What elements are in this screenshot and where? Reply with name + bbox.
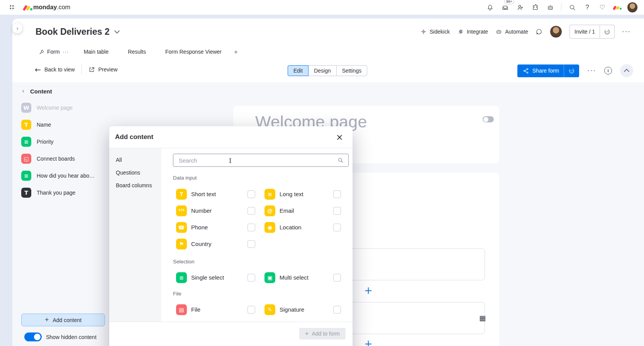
column-type-single-select[interactable]: ≡ Single select <box>176 272 247 283</box>
modal-search-box[interactable]: I <box>173 154 349 167</box>
nav-item-questions[interactable]: Questions <box>116 169 161 176</box>
copy-form-link-icon[interactable] <box>564 68 579 74</box>
mode-settings-button[interactable]: Settings <box>336 65 368 76</box>
board-chat-icon[interactable] <box>536 28 542 35</box>
column-type-long-text[interactable]: ≡ Long text <box>264 189 333 200</box>
automate-button[interactable]: Automate <box>495 28 528 35</box>
list-item-priority[interactable]: ≡ Priority <box>21 133 114 150</box>
top-app-bar: monday.com 99+ ? ♡ <box>0 0 644 15</box>
apps-grid-icon[interactable] <box>6 2 18 13</box>
apps-marketplace-icon[interactable] <box>529 2 541 13</box>
multi-select-checkbox[interactable] <box>333 274 341 282</box>
file-checkbox[interactable] <box>247 306 255 314</box>
column-type-multi-select[interactable]: ▣ Multi select <box>264 272 333 283</box>
toolbar-divider <box>81 64 82 75</box>
tab-form-response-viewer[interactable]: Form Response Viewer <box>160 46 227 60</box>
inbox-tray-icon[interactable]: 99+ <box>499 2 511 13</box>
monday-product-switcher-icon[interactable] <box>612 3 624 11</box>
column-type-country[interactable]: ⚑ Country <box>176 239 247 249</box>
monday-logo[interactable]: monday.com <box>24 4 70 11</box>
column-type-location[interactable]: ◉ Location <box>264 222 333 233</box>
column-type-short-text[interactable]: T Short text <box>176 189 247 200</box>
column-type-file[interactable]: ▤ File <box>176 304 247 315</box>
content-list: W Welcome page T Name ≡ Priority ◱ Conne… <box>21 99 114 201</box>
form-toolbar: ← Back to view Preview Edit Design Setti… <box>12 59 644 83</box>
automate-robot-icon <box>495 28 502 35</box>
sidebar-back-chevron-icon[interactable]: ‹ <box>22 88 24 95</box>
info-icon[interactable]: i <box>604 67 612 75</box>
add-view-tab-button[interactable]: + <box>232 46 242 56</box>
long-text-icon: ≡ <box>264 189 275 200</box>
nav-item-all[interactable]: All <box>116 156 161 164</box>
board-card: › Book Deliveries 2 Sidekick Integrate A… <box>12 19 644 346</box>
modal-title: Add content <box>115 133 153 141</box>
board-menu-dots[interactable]: ··· <box>622 28 631 36</box>
collapse-toolbar-button[interactable] <box>620 64 633 77</box>
list-item-name[interactable]: T Name <box>21 116 114 133</box>
short-text-checkbox[interactable] <box>247 190 255 198</box>
invite-button[interactable]: Invite / 1 <box>569 25 615 39</box>
show-hidden-content-toggle[interactable] <box>24 332 42 341</box>
column-type-number[interactable]: ¹²³ Number <box>176 205 247 216</box>
list-item-thank-you-page[interactable]: T Thank you page <box>21 184 114 201</box>
status-column-icon: ≡ <box>21 171 31 181</box>
notifications-bell-icon[interactable] <box>484 2 496 13</box>
tab-results[interactable]: Results <box>122 46 151 60</box>
email-checkbox[interactable] <box>333 207 341 215</box>
location-pin-icon: ◉ <box>264 222 275 233</box>
close-icon[interactable]: × <box>336 133 343 141</box>
ai-assistant-robot-icon[interactable] <box>544 2 556 13</box>
column-type-phone[interactable]: ☎ Phone <box>176 222 247 233</box>
add-question-plus-icon[interactable]: + <box>364 285 373 295</box>
board-owner-avatar[interactable] <box>550 25 562 38</box>
long-text-checkbox[interactable] <box>333 190 341 198</box>
mode-design-button[interactable]: Design <box>308 65 337 76</box>
column-type-signature[interactable]: ✎ Signature <box>264 304 333 315</box>
preview-button[interactable]: Preview <box>88 66 118 73</box>
thank-you-page-icon: T <box>21 188 31 198</box>
short-text-icon: T <box>176 189 187 200</box>
mode-switch: Edit Design Settings <box>288 65 367 76</box>
favorites-heart-icon[interactable]: ♡ <box>597 2 608 13</box>
toolbar-menu-dots[interactable]: ··· <box>587 67 596 75</box>
invite-members-icon[interactable] <box>514 2 526 13</box>
mode-edit-button[interactable]: Edit <box>288 65 308 76</box>
back-to-view-button[interactable]: ← Back to view <box>35 66 75 73</box>
nav-item-board-columns[interactable]: Board columns <box>116 182 161 189</box>
tab-form-menu-dots[interactable]: ··· <box>63 49 69 55</box>
add-to-form-button[interactable]: + Add to form <box>299 328 346 339</box>
monday-logo-mark <box>24 4 32 11</box>
tab-form[interactable]: Form ··· <box>34 46 74 60</box>
country-checkbox[interactable] <box>247 240 255 248</box>
sidekick-button[interactable]: Sidekick <box>420 28 450 35</box>
column-type-email[interactable]: @ Email <box>264 205 333 216</box>
search-icon[interactable] <box>566 2 578 13</box>
phone-icon: ☎ <box>176 222 187 233</box>
section-label-data-input: Data input <box>173 175 349 181</box>
board-title[interactable]: Book Deliveries 2 <box>36 27 110 37</box>
text-column-icon: T <box>21 120 31 130</box>
location-checkbox[interactable] <box>333 224 341 231</box>
single-select-checkbox[interactable] <box>247 274 255 282</box>
expand-panel-chevron-icon[interactable]: › <box>12 23 22 33</box>
help-icon[interactable]: ? <box>581 2 593 13</box>
search-input[interactable] <box>178 157 337 164</box>
signature-checkbox[interactable] <box>333 306 341 314</box>
welcome-page-toggle[interactable] <box>483 116 494 122</box>
user-avatar[interactable] <box>627 2 638 13</box>
board-title-chevron-icon[interactable] <box>114 28 120 34</box>
copy-board-link-icon[interactable] <box>600 29 614 35</box>
tab-main-table[interactable]: Main table <box>78 46 114 60</box>
add-question-plus-icon[interactable]: + <box>364 339 373 346</box>
back-arrow-icon: ← <box>35 66 41 73</box>
number-checkbox[interactable] <box>247 207 255 215</box>
connect-boards-icon: ◱ <box>21 154 31 164</box>
list-item-connect-boards[interactable]: ◱ Connect boards <box>21 150 114 167</box>
share-form-button[interactable]: Share form <box>517 64 579 77</box>
plus-icon: + <box>305 330 309 338</box>
list-item-welcome-page[interactable]: W Welcome page <box>21 99 114 116</box>
list-item-how-did-you-hear[interactable]: ≡ How did you hear abo… <box>21 167 114 184</box>
add-content-button[interactable]: + Add content <box>21 314 105 326</box>
phone-checkbox[interactable] <box>247 224 255 231</box>
integrate-button[interactable]: Integrate <box>457 28 488 35</box>
